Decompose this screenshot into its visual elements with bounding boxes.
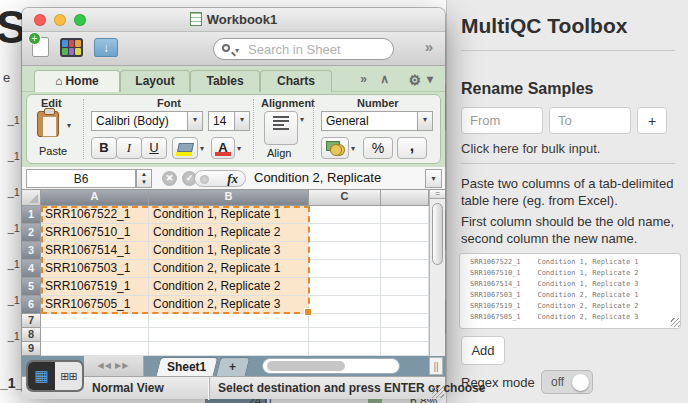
cell[interactable] xyxy=(41,314,149,328)
fill-color-chevron-icon[interactable]: ▾ xyxy=(200,144,204,153)
underline-button[interactable]: U xyxy=(141,137,167,159)
split-handle[interactable]: = xyxy=(430,190,445,199)
comma-style-button[interactable]: , xyxy=(397,137,427,159)
toolbar-overflow-icon[interactable]: » xyxy=(425,38,433,55)
template-gallery-icon[interactable] xyxy=(60,38,83,57)
select-all-corner[interactable] xyxy=(22,190,41,206)
column-header-c[interactable]: C xyxy=(309,190,381,206)
search-field[interactable]: ▾ Search in Sheet xyxy=(213,38,394,60)
column-header-a[interactable]: A xyxy=(41,190,149,206)
cell[interactable] xyxy=(149,342,309,356)
font-name-chevron-icon[interactable]: ▾ xyxy=(187,112,202,130)
row-header[interactable]: 6 xyxy=(22,296,41,314)
percent-style-button[interactable]: % xyxy=(363,137,393,159)
rename-from-input[interactable] xyxy=(461,107,543,134)
cell[interactable] xyxy=(309,224,381,242)
cell-a4[interactable]: SRR1067503_1 xyxy=(41,260,149,278)
cell-reference-box[interactable]: B6 xyxy=(26,169,136,188)
window-titlebar[interactable]: Workbook1 xyxy=(22,8,445,32)
cell-b1[interactable]: Condition 1, Replicate 1 xyxy=(149,206,309,224)
cell[interactable] xyxy=(309,278,381,296)
cell[interactable] xyxy=(381,296,429,314)
tab-tables[interactable]: Tables xyxy=(190,70,260,92)
paste-button-label[interactable]: Paste xyxy=(27,145,79,157)
font-name-select[interactable]: Calibri (Body)▾ xyxy=(91,111,203,131)
row-header[interactable]: 3 xyxy=(22,242,41,260)
cell-b2[interactable]: Condition 1, Replicate 2 xyxy=(149,224,309,242)
rename-to-input[interactable] xyxy=(549,107,631,134)
cell[interactable] xyxy=(381,260,429,278)
add-button[interactable]: Add xyxy=(461,336,505,365)
cell[interactable] xyxy=(381,314,429,328)
row-header[interactable]: 9 xyxy=(22,342,41,356)
search-scope-chevron-icon[interactable]: ▾ xyxy=(235,46,239,55)
cell-b6[interactable]: Condition 2, Replicate 3 xyxy=(149,296,309,314)
cell[interactable] xyxy=(41,342,149,356)
cell-a5[interactable]: SRR1067519_1 xyxy=(41,278,149,296)
cell[interactable] xyxy=(309,206,381,224)
more-tabs-icon[interactable]: » xyxy=(360,72,367,86)
currency-button[interactable] xyxy=(321,137,349,159)
cell[interactable] xyxy=(381,342,429,356)
row-header[interactable]: 8 xyxy=(22,328,41,342)
horizontal-scrollbar-thumb[interactable] xyxy=(267,361,345,371)
column-header-b[interactable]: B xyxy=(149,190,309,206)
cell[interactable] xyxy=(309,260,381,278)
cell[interactable] xyxy=(381,328,429,342)
bulk-rename-textarea[interactable]: SRR1067522_1 Condition 1, Replicate 1 SR… xyxy=(459,253,681,329)
sheet-tab-sheet1[interactable]: Sheet1 xyxy=(156,357,219,376)
formula-input[interactable]: Condition 2, Replicate xyxy=(254,170,381,185)
cell-a3[interactable]: SRR1067514_1 xyxy=(41,242,149,260)
cell[interactable] xyxy=(381,224,429,242)
cancel-entry-icon[interactable]: ✕ xyxy=(162,171,177,186)
font-color-button[interactable]: A xyxy=(211,137,235,159)
textarea-resize-grip-icon[interactable] xyxy=(671,318,680,327)
column-header-d[interactable] xyxy=(381,190,429,206)
gear-menu-chevron-icon[interactable]: ▾ xyxy=(427,72,433,86)
page-layout-view-button[interactable]: ⊞⊞ xyxy=(55,362,82,390)
collapse-ribbon-icon[interactable]: ∧ xyxy=(380,72,389,86)
bold-button[interactable]: B xyxy=(91,137,117,159)
cell-a6[interactable]: SRR1067505_1 xyxy=(41,296,149,314)
cell[interactable] xyxy=(309,242,381,260)
cell[interactable] xyxy=(149,314,309,328)
open-file-icon[interactable]: ↓ xyxy=(94,38,118,57)
row-header[interactable]: 2 xyxy=(22,224,41,242)
tab-layout[interactable]: Layout xyxy=(120,70,190,92)
cell[interactable] xyxy=(41,328,149,342)
row-header[interactable]: 4 xyxy=(22,260,41,278)
font-color-chevron-icon[interactable]: ▾ xyxy=(237,144,241,153)
align-button[interactable] xyxy=(264,111,298,145)
cell[interactable] xyxy=(149,328,309,342)
cell[interactable] xyxy=(381,242,429,260)
number-format-chevron-icon[interactable]: ▾ xyxy=(417,112,432,130)
cell-b4[interactable]: Condition 2, Replicate 1 xyxy=(149,260,309,278)
cell[interactable] xyxy=(381,278,429,296)
cell[interactable] xyxy=(381,206,429,224)
font-size-select[interactable]: 14▾ xyxy=(208,111,250,131)
cell-a2[interactable]: SRR1067510_1 xyxy=(41,224,149,242)
number-format-select[interactable]: General▾ xyxy=(321,111,433,131)
horizontal-scrollbar[interactable] xyxy=(262,358,400,374)
sheet-nav-buttons[interactable]: ◀◀ ▶▶ xyxy=(84,356,144,376)
vertical-scrollbar[interactable]: = xyxy=(429,190,445,356)
function-builder-button[interactable]: fx xyxy=(194,170,246,187)
cell[interactable] xyxy=(309,296,381,314)
new-workbook-icon[interactable] xyxy=(32,37,49,57)
tab-home[interactable]: ⌂Home xyxy=(34,70,120,92)
row-header[interactable]: 7 xyxy=(22,314,41,328)
font-size-chevron-icon[interactable]: ▾ xyxy=(234,112,249,130)
paste-menu-chevron-icon[interactable]: ▾ xyxy=(67,121,71,130)
cell[interactable] xyxy=(309,328,381,342)
paste-icon[interactable] xyxy=(37,111,59,137)
bulk-input-link[interactable]: Click here for bulk input. xyxy=(461,141,600,156)
tab-charts[interactable]: Charts xyxy=(260,70,332,92)
gear-icon[interactable]: ⚙ xyxy=(408,72,421,88)
cell-b5[interactable]: Condition 2, Replicate 2 xyxy=(149,278,309,296)
row-header[interactable]: 1 xyxy=(22,206,41,224)
add-sheet-tab[interactable]: + xyxy=(216,357,251,376)
align-menu-chevron-icon[interactable]: ▾ xyxy=(300,115,304,124)
normal-view-button[interactable]: ▦ xyxy=(28,362,55,390)
cell-b3[interactable]: Condition 1, Replicate 3 xyxy=(149,242,309,260)
currency-chevron-icon[interactable]: ▾ xyxy=(351,144,355,153)
